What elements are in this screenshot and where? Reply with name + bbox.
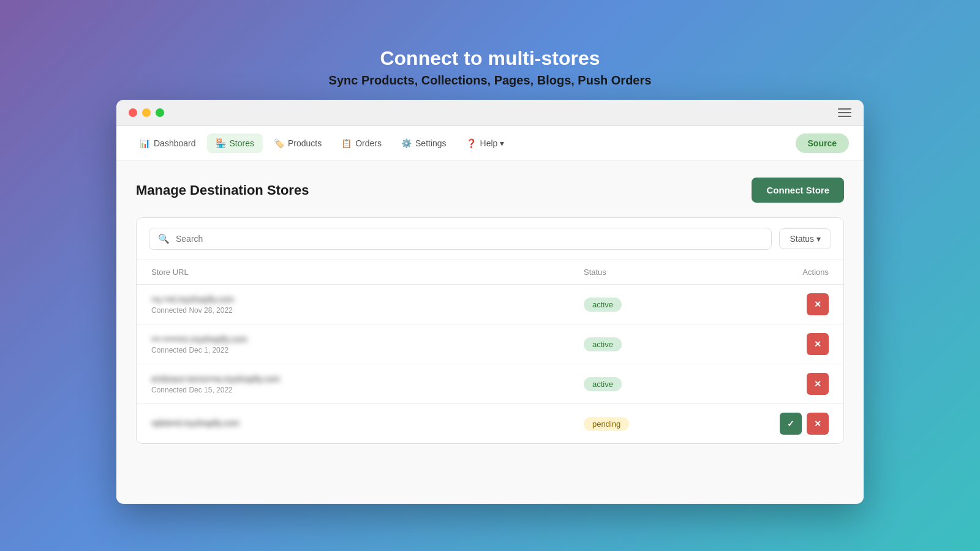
actions-cell: ✕	[706, 373, 829, 395]
minimize-button[interactable]	[142, 108, 151, 117]
search-input-wrap: 🔍	[149, 228, 772, 250]
store-info: •••-••••••m.myshopify.com Connected Dec …	[151, 334, 584, 354]
sidebar-item-help[interactable]: ❓ Help ▾	[458, 133, 513, 153]
actions-cell: ✕	[706, 333, 829, 355]
status-cell: active	[584, 337, 706, 351]
products-icon: 🏷️	[274, 138, 284, 148]
store-url: •plete•d.myshopify.com	[151, 418, 584, 428]
sidebar-item-dashboard[interactable]: 📊 Dashboard	[131, 133, 205, 153]
approve-button[interactable]: ✓	[780, 413, 802, 435]
search-bar: 🔍 Status ▾	[137, 218, 843, 260]
store-connected-date: Connected Dec 15, 2022	[151, 386, 584, 394]
window-controls	[129, 108, 164, 117]
sidebar-item-products[interactable]: 🏷️ Products	[265, 133, 330, 153]
delete-button[interactable]: ✕	[807, 413, 829, 435]
nav-label-settings: Settings	[415, 138, 447, 148]
nav-label-stores: Stores	[230, 138, 254, 148]
connect-store-button[interactable]: Connect Store	[752, 178, 844, 203]
sidebar-item-stores[interactable]: 🏪 Stores	[207, 133, 263, 153]
hamburger-icon[interactable]	[838, 108, 851, 117]
store-info: embrace-tomor••w.myshopify.com Connected…	[151, 374, 584, 394]
close-button[interactable]	[129, 108, 137, 117]
store-connected-date: Connected Nov 28, 2022	[151, 306, 584, 315]
delete-button[interactable]: ✕	[807, 293, 829, 315]
table-row: ••y-••d.myshopify.com Connected Nov 28, …	[137, 285, 843, 324]
table-row: •••-••••••m.myshopify.com Connected Dec …	[137, 324, 843, 364]
store-info: •plete•d.myshopify.com	[151, 418, 584, 430]
dashboard-icon: 📊	[140, 138, 150, 148]
table-row: •plete•d.myshopify.com pending ✓ ✕	[137, 404, 843, 443]
page-header: Manage Destination Stores Connect Store	[136, 178, 844, 203]
sidebar-item-settings[interactable]: ⚙️ Settings	[393, 133, 455, 153]
stores-icon: 🏪	[216, 138, 226, 148]
page-title: Manage Destination Stores	[136, 182, 309, 198]
status-badge: active	[584, 377, 622, 391]
nav-label-dashboard: Dashboard	[154, 138, 196, 148]
delete-button[interactable]: ✕	[807, 373, 829, 395]
table-header: Store URL Status Actions	[137, 260, 843, 285]
status-badge: active	[584, 337, 622, 351]
page-main-title: Connect to multi-stores	[329, 47, 652, 70]
nav-label-orders: Orders	[355, 138, 382, 148]
nav-label-products: Products	[288, 138, 322, 148]
status-badge: pending	[584, 417, 629, 431]
col-status: Status	[584, 268, 706, 277]
sidebar-item-orders[interactable]: 📋 Orders	[333, 133, 390, 153]
col-store-url: Store URL	[151, 268, 584, 277]
source-button[interactable]: Source	[796, 133, 849, 153]
settings-icon: ⚙️	[401, 138, 412, 148]
status-cell: active	[584, 298, 706, 312]
store-info: ••y-••d.myshopify.com Connected Nov 28, …	[151, 294, 584, 315]
nav-bar: 📊 Dashboard 🏪 Stores 🏷️ Products 📋 Order…	[116, 126, 864, 160]
orders-icon: 📋	[341, 138, 352, 148]
page-main-subtitle: Sync Products, Collections, Pages, Blogs…	[329, 73, 652, 88]
main-content: Manage Destination Stores Connect Store …	[116, 160, 864, 503]
app-window: 📊 Dashboard 🏪 Stores 🏷️ Products 📋 Order…	[116, 100, 864, 504]
store-url: embrace-tomor••w.myshopify.com	[151, 374, 584, 384]
stores-table-container: 🔍 Status ▾ Store URL Status Actions ••y-…	[136, 217, 844, 444]
maximize-button[interactable]	[156, 108, 164, 117]
store-url: •••-••••••m.myshopify.com	[151, 334, 584, 344]
col-actions: Actions	[706, 268, 829, 277]
title-bar	[116, 100, 864, 126]
help-icon: ❓	[466, 138, 477, 148]
store-connected-date: Connected Dec 1, 2022	[151, 346, 584, 354]
nav-label-help: Help ▾	[480, 138, 505, 148]
status-cell: active	[584, 377, 706, 391]
status-filter-dropdown[interactable]: Status ▾	[779, 228, 831, 249]
status-badge: active	[584, 298, 622, 312]
status-cell: pending	[584, 417, 706, 431]
actions-cell: ✓ ✕	[706, 413, 829, 435]
nav-items: 📊 Dashboard 🏪 Stores 🏷️ Products 📋 Order…	[131, 133, 513, 153]
search-input[interactable]	[176, 234, 763, 244]
actions-cell: ✕	[706, 293, 829, 315]
table-row: embrace-tomor••w.myshopify.com Connected…	[137, 364, 843, 404]
delete-button[interactable]: ✕	[807, 333, 829, 355]
store-url: ••y-••d.myshopify.com	[151, 294, 584, 304]
status-filter-label: Status ▾	[790, 234, 821, 244]
search-icon: 🔍	[158, 233, 170, 244]
